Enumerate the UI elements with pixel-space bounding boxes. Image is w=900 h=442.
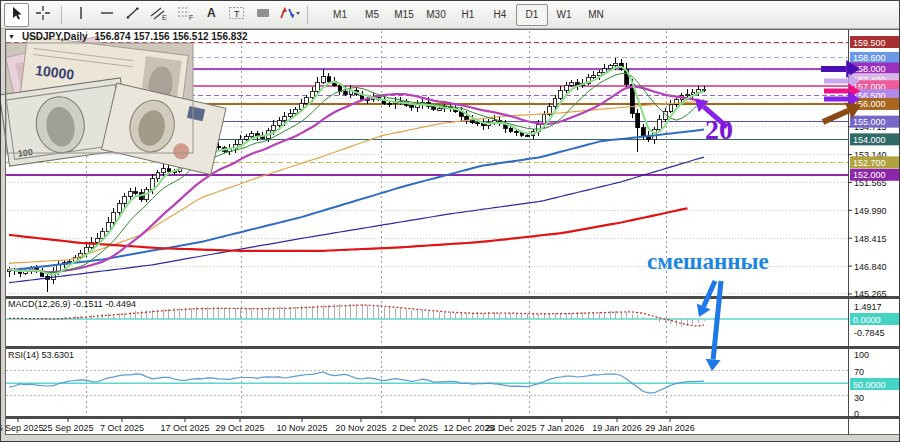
- svg-text:20 Nov 2025: 20 Nov 2025: [335, 423, 386, 433]
- timeframe-w1-button[interactable]: W1: [548, 4, 580, 26]
- chart-title: ▼ USDJPY,Daily 156.874 157.156 156.512 1…: [8, 31, 247, 42]
- svg-text:E: E: [162, 14, 167, 21]
- svg-text:1.4917: 1.4917: [854, 302, 882, 312]
- equidistant-channel-icon: E: [150, 5, 168, 25]
- shapes-icon: [255, 5, 271, 25]
- timeframe-m1-button[interactable]: M1: [324, 4, 356, 26]
- tool-arrows-button[interactable]: [276, 3, 301, 27]
- cursor-icon: [9, 5, 25, 25]
- tool-cursor-button[interactable]: [4, 3, 29, 27]
- fibonacci-icon: F: [176, 5, 194, 25]
- horizontal-line-icon: [99, 5, 115, 25]
- tool-crosshair-button[interactable]: [30, 3, 55, 27]
- svg-text:17 Oct 2025: 17 Oct 2025: [160, 423, 209, 433]
- svg-text:159.500: 159.500: [853, 38, 886, 48]
- svg-text:155.000: 155.000: [853, 117, 886, 127]
- svg-text:70: 70: [854, 367, 864, 377]
- timeframe-m15-button[interactable]: M15: [388, 4, 420, 26]
- svg-text:148.415: 148.415: [854, 234, 887, 244]
- svg-text:29 Jan 2026: 29 Jan 2026: [645, 423, 695, 433]
- tool-shapes-button[interactable]: [250, 3, 275, 27]
- macd-indicator-label: MACD(12,26,9) -0.1511 -0.4494: [8, 299, 136, 309]
- svg-text:152.000: 152.000: [853, 170, 886, 180]
- symbol-label: USDJPY,Daily: [22, 31, 88, 42]
- svg-text:152.700: 152.700: [853, 158, 886, 168]
- tool-horizontal-line-button[interactable]: [94, 3, 119, 27]
- text-label-icon: T: [228, 5, 246, 25]
- annotation-mixed-text[interactable]: смешанные: [647, 249, 769, 275]
- tool-text-label-button[interactable]: T: [224, 3, 249, 27]
- timeframe-mn-button[interactable]: MN: [580, 4, 612, 26]
- svg-text:154.000: 154.000: [853, 135, 886, 145]
- tool-trendline-button[interactable]: [120, 3, 145, 27]
- tool-equidistant-channel-button[interactable]: E: [146, 3, 171, 27]
- svg-text:149.990: 149.990: [854, 206, 887, 216]
- timeframe-m30-button[interactable]: M30: [420, 4, 452, 26]
- tool-text-button[interactable]: A: [198, 3, 223, 27]
- svg-text:0.0000: 0.0000: [853, 315, 881, 325]
- svg-text:2 Dec 2025: 2 Dec 2025: [392, 423, 438, 433]
- mt4-chart-window: EFATM1M5M15M30H1H4D1W1MN 10000100154.715…: [0, 0, 900, 442]
- chart-canvas[interactable]: 10000100154.715153.140151.565149.990148.…: [1, 1, 900, 442]
- svg-text:7 Jan 2026: 7 Jan 2026: [540, 423, 585, 433]
- svg-text:50.0000: 50.0000: [853, 380, 886, 390]
- annotation-ma20-text[interactable]: 20: [705, 114, 733, 146]
- svg-text:7 Oct 2025: 7 Oct 2025: [100, 423, 144, 433]
- svg-text:100: 100: [854, 350, 869, 360]
- svg-text:146.840: 146.840: [854, 262, 887, 272]
- toolbar-separator: [307, 6, 308, 24]
- svg-text:25 Sep 2025: 25 Sep 2025: [42, 423, 93, 433]
- collapse-icon[interactable]: ▼: [8, 33, 15, 40]
- svg-text:10 Nov 2025: 10 Nov 2025: [276, 423, 327, 433]
- tool-fibonacci-button[interactable]: F: [172, 3, 197, 27]
- svg-text:30: 30: [854, 393, 864, 403]
- rsi-indicator-label: RSI(14) 53.6301: [8, 350, 74, 360]
- svg-text:T: T: [234, 8, 240, 18]
- svg-text:A: A: [207, 6, 216, 20]
- timeframe-m5-button[interactable]: M5: [356, 4, 388, 26]
- tool-vertical-line-button[interactable]: [68, 3, 93, 27]
- ohlc-values: 156.874 157.156 156.512 156.832: [95, 31, 248, 42]
- svg-text:19 Jan 2026: 19 Jan 2026: [592, 423, 642, 433]
- crosshair-icon: [35, 5, 51, 25]
- svg-text:29 Oct 2025: 29 Oct 2025: [215, 423, 264, 433]
- svg-text:0: 0: [854, 409, 859, 419]
- svg-text:-0.7845: -0.7845: [854, 328, 885, 338]
- timeframe-switcher: M1M5M15M30H1H4D1W1MN: [324, 4, 612, 26]
- text-icon: A: [203, 5, 219, 25]
- svg-text:24 Dec 2025: 24 Dec 2025: [485, 423, 536, 433]
- toolbar-separator: [61, 6, 62, 24]
- timeframe-h4-button[interactable]: H4: [484, 4, 516, 26]
- svg-text:F: F: [189, 14, 193, 21]
- trendline-icon: [125, 5, 141, 25]
- svg-text:158.600: 158.600: [853, 53, 886, 63]
- timeframe-d1-button[interactable]: D1: [516, 4, 548, 26]
- arrows-icon: [277, 5, 301, 25]
- toolbar: EFATM1M5M15M30H1H4D1W1MN: [1, 1, 899, 29]
- svg-text:145.265: 145.265: [854, 289, 887, 299]
- svg-text:15 Sep 2025: 15 Sep 2025: [1, 423, 44, 433]
- vertical-line-icon: [73, 5, 89, 25]
- timeframe-h1-button[interactable]: H1: [452, 4, 484, 26]
